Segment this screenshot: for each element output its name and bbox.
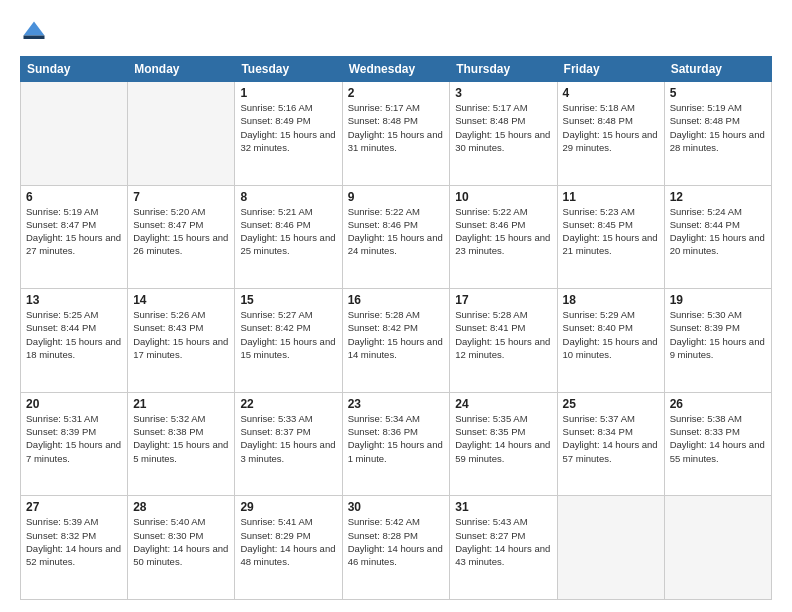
calendar-day-cell [664, 496, 771, 600]
day-number: 8 [240, 190, 336, 204]
calendar-day-cell: 12Sunrise: 5:24 AMSunset: 8:44 PMDayligh… [664, 185, 771, 289]
weekday-header: Sunday [21, 57, 128, 82]
day-number: 21 [133, 397, 229, 411]
calendar-day-cell: 4Sunrise: 5:18 AMSunset: 8:48 PMDaylight… [557, 82, 664, 186]
day-number: 9 [348, 190, 445, 204]
day-info: Sunrise: 5:29 AMSunset: 8:40 PMDaylight:… [563, 308, 659, 361]
day-info: Sunrise: 5:18 AMSunset: 8:48 PMDaylight:… [563, 101, 659, 154]
header [20, 18, 772, 46]
calendar-day-cell: 3Sunrise: 5:17 AMSunset: 8:48 PMDaylight… [450, 82, 557, 186]
calendar-day-cell: 20Sunrise: 5:31 AMSunset: 8:39 PMDayligh… [21, 392, 128, 496]
weekday-header: Tuesday [235, 57, 342, 82]
day-number: 31 [455, 500, 551, 514]
day-info: Sunrise: 5:27 AMSunset: 8:42 PMDaylight:… [240, 308, 336, 361]
day-info: Sunrise: 5:42 AMSunset: 8:28 PMDaylight:… [348, 515, 445, 568]
calendar-day-cell: 31Sunrise: 5:43 AMSunset: 8:27 PMDayligh… [450, 496, 557, 600]
day-number: 6 [26, 190, 122, 204]
day-info: Sunrise: 5:34 AMSunset: 8:36 PMDaylight:… [348, 412, 445, 465]
day-number: 26 [670, 397, 766, 411]
logo [20, 18, 52, 46]
day-info: Sunrise: 5:25 AMSunset: 8:44 PMDaylight:… [26, 308, 122, 361]
calendar-day-cell: 29Sunrise: 5:41 AMSunset: 8:29 PMDayligh… [235, 496, 342, 600]
day-info: Sunrise: 5:30 AMSunset: 8:39 PMDaylight:… [670, 308, 766, 361]
day-number: 28 [133, 500, 229, 514]
day-number: 1 [240, 86, 336, 100]
calendar-week-row: 1Sunrise: 5:16 AMSunset: 8:49 PMDaylight… [21, 82, 772, 186]
day-info: Sunrise: 5:40 AMSunset: 8:30 PMDaylight:… [133, 515, 229, 568]
calendar-day-cell: 24Sunrise: 5:35 AMSunset: 8:35 PMDayligh… [450, 392, 557, 496]
day-number: 16 [348, 293, 445, 307]
calendar-day-cell: 6Sunrise: 5:19 AMSunset: 8:47 PMDaylight… [21, 185, 128, 289]
day-number: 19 [670, 293, 766, 307]
calendar-week-row: 13Sunrise: 5:25 AMSunset: 8:44 PMDayligh… [21, 289, 772, 393]
day-info: Sunrise: 5:32 AMSunset: 8:38 PMDaylight:… [133, 412, 229, 465]
calendar-day-cell: 1Sunrise: 5:16 AMSunset: 8:49 PMDaylight… [235, 82, 342, 186]
calendar-day-cell: 2Sunrise: 5:17 AMSunset: 8:48 PMDaylight… [342, 82, 450, 186]
calendar-day-cell: 10Sunrise: 5:22 AMSunset: 8:46 PMDayligh… [450, 185, 557, 289]
weekday-header: Saturday [664, 57, 771, 82]
day-info: Sunrise: 5:22 AMSunset: 8:46 PMDaylight:… [348, 205, 445, 258]
weekday-header: Thursday [450, 57, 557, 82]
weekday-header: Friday [557, 57, 664, 82]
day-info: Sunrise: 5:21 AMSunset: 8:46 PMDaylight:… [240, 205, 336, 258]
day-info: Sunrise: 5:16 AMSunset: 8:49 PMDaylight:… [240, 101, 336, 154]
calendar-header-row: SundayMondayTuesdayWednesdayThursdayFrid… [21, 57, 772, 82]
day-info: Sunrise: 5:28 AMSunset: 8:42 PMDaylight:… [348, 308, 445, 361]
day-info: Sunrise: 5:24 AMSunset: 8:44 PMDaylight:… [670, 205, 766, 258]
calendar-table: SundayMondayTuesdayWednesdayThursdayFrid… [20, 56, 772, 600]
weekday-header: Wednesday [342, 57, 450, 82]
calendar-day-cell: 8Sunrise: 5:21 AMSunset: 8:46 PMDaylight… [235, 185, 342, 289]
day-info: Sunrise: 5:33 AMSunset: 8:37 PMDaylight:… [240, 412, 336, 465]
day-number: 12 [670, 190, 766, 204]
calendar-day-cell: 5Sunrise: 5:19 AMSunset: 8:48 PMDaylight… [664, 82, 771, 186]
day-number: 14 [133, 293, 229, 307]
day-number: 23 [348, 397, 445, 411]
calendar-day-cell: 18Sunrise: 5:29 AMSunset: 8:40 PMDayligh… [557, 289, 664, 393]
calendar-day-cell [128, 82, 235, 186]
calendar-day-cell: 13Sunrise: 5:25 AMSunset: 8:44 PMDayligh… [21, 289, 128, 393]
day-info: Sunrise: 5:28 AMSunset: 8:41 PMDaylight:… [455, 308, 551, 361]
day-number: 24 [455, 397, 551, 411]
calendar-day-cell: 9Sunrise: 5:22 AMSunset: 8:46 PMDaylight… [342, 185, 450, 289]
day-number: 2 [348, 86, 445, 100]
logo-icon [20, 18, 48, 46]
day-number: 5 [670, 86, 766, 100]
day-number: 25 [563, 397, 659, 411]
day-info: Sunrise: 5:23 AMSunset: 8:45 PMDaylight:… [563, 205, 659, 258]
calendar-day-cell: 15Sunrise: 5:27 AMSunset: 8:42 PMDayligh… [235, 289, 342, 393]
calendar-week-row: 27Sunrise: 5:39 AMSunset: 8:32 PMDayligh… [21, 496, 772, 600]
day-info: Sunrise: 5:22 AMSunset: 8:46 PMDaylight:… [455, 205, 551, 258]
day-info: Sunrise: 5:43 AMSunset: 8:27 PMDaylight:… [455, 515, 551, 568]
weekday-header: Monday [128, 57, 235, 82]
calendar-day-cell [557, 496, 664, 600]
calendar-day-cell: 27Sunrise: 5:39 AMSunset: 8:32 PMDayligh… [21, 496, 128, 600]
calendar-day-cell: 23Sunrise: 5:34 AMSunset: 8:36 PMDayligh… [342, 392, 450, 496]
day-info: Sunrise: 5:39 AMSunset: 8:32 PMDaylight:… [26, 515, 122, 568]
day-number: 29 [240, 500, 336, 514]
day-number: 13 [26, 293, 122, 307]
calendar-day-cell: 26Sunrise: 5:38 AMSunset: 8:33 PMDayligh… [664, 392, 771, 496]
calendar-day-cell: 11Sunrise: 5:23 AMSunset: 8:45 PMDayligh… [557, 185, 664, 289]
day-number: 4 [563, 86, 659, 100]
day-number: 15 [240, 293, 336, 307]
svg-marker-0 [24, 22, 45, 36]
day-number: 10 [455, 190, 551, 204]
calendar-week-row: 20Sunrise: 5:31 AMSunset: 8:39 PMDayligh… [21, 392, 772, 496]
calendar-day-cell: 7Sunrise: 5:20 AMSunset: 8:47 PMDaylight… [128, 185, 235, 289]
day-info: Sunrise: 5:19 AMSunset: 8:48 PMDaylight:… [670, 101, 766, 154]
day-info: Sunrise: 5:38 AMSunset: 8:33 PMDaylight:… [670, 412, 766, 465]
calendar-day-cell: 19Sunrise: 5:30 AMSunset: 8:39 PMDayligh… [664, 289, 771, 393]
day-number: 27 [26, 500, 122, 514]
day-info: Sunrise: 5:35 AMSunset: 8:35 PMDaylight:… [455, 412, 551, 465]
calendar-day-cell: 25Sunrise: 5:37 AMSunset: 8:34 PMDayligh… [557, 392, 664, 496]
day-info: Sunrise: 5:26 AMSunset: 8:43 PMDaylight:… [133, 308, 229, 361]
calendar-day-cell: 16Sunrise: 5:28 AMSunset: 8:42 PMDayligh… [342, 289, 450, 393]
day-number: 11 [563, 190, 659, 204]
day-info: Sunrise: 5:41 AMSunset: 8:29 PMDaylight:… [240, 515, 336, 568]
day-number: 18 [563, 293, 659, 307]
day-number: 30 [348, 500, 445, 514]
svg-rect-1 [24, 36, 45, 40]
calendar-day-cell: 28Sunrise: 5:40 AMSunset: 8:30 PMDayligh… [128, 496, 235, 600]
day-info: Sunrise: 5:37 AMSunset: 8:34 PMDaylight:… [563, 412, 659, 465]
calendar-day-cell: 14Sunrise: 5:26 AMSunset: 8:43 PMDayligh… [128, 289, 235, 393]
